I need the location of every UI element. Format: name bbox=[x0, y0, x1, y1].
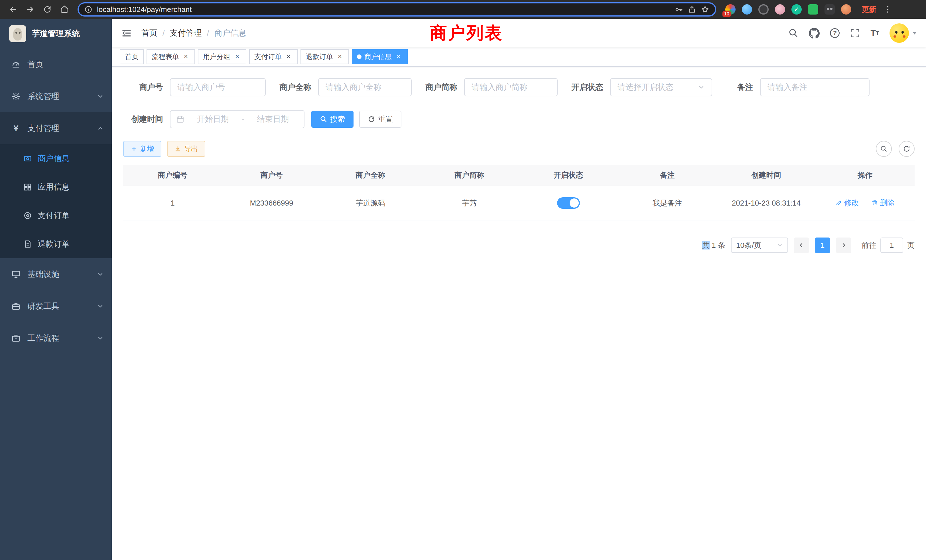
sidebar-item-payment[interactable]: ¥ 支付管理 bbox=[0, 112, 112, 144]
date-range-picker[interactable]: 开始日期 - 结束日期 bbox=[170, 110, 304, 128]
merchant-no-input-field[interactable] bbox=[177, 83, 258, 92]
sidebar-item-infrastructure[interactable]: 基础设施 bbox=[0, 258, 112, 290]
sidebar-item-label: 支付管理 bbox=[27, 123, 59, 134]
close-icon[interactable]: × bbox=[233, 53, 241, 61]
chevron-down-icon bbox=[97, 271, 104, 278]
reset-button[interactable]: 重置 bbox=[359, 110, 401, 128]
extension-icon-dark-square[interactable] bbox=[825, 4, 835, 15]
col-short-name: 商户简称 bbox=[420, 165, 519, 186]
download-icon bbox=[174, 145, 181, 152]
tab-user-group[interactable]: 用户分组 × bbox=[198, 49, 246, 64]
reload-icon[interactable] bbox=[40, 2, 55, 17]
remark-input-field[interactable] bbox=[767, 83, 862, 92]
close-icon[interactable]: × bbox=[395, 53, 402, 61]
extension-icon-colorful[interactable]: 10 bbox=[725, 4, 735, 15]
sidebar-item-home[interactable]: 首页 bbox=[0, 48, 112, 80]
tab-pay-order[interactable]: 支付订单 × bbox=[249, 49, 298, 64]
remark-input[interactable] bbox=[760, 78, 870, 96]
address-bar[interactable]: localhost:1024/pay/merchant bbox=[77, 2, 716, 17]
status-toggle[interactable] bbox=[557, 197, 580, 209]
merchant-no-input[interactable] bbox=[170, 78, 266, 96]
browser-menu-icon[interactable] bbox=[883, 5, 892, 14]
back-icon[interactable] bbox=[6, 2, 21, 17]
short-name-input-field[interactable] bbox=[472, 83, 550, 92]
tab-label: 商户信息 bbox=[365, 52, 392, 61]
full-name-input[interactable] bbox=[318, 78, 412, 96]
full-name-input-field[interactable] bbox=[325, 83, 404, 92]
date-separator: - bbox=[242, 115, 244, 124]
cell-merchant-id: 1 bbox=[123, 186, 222, 220]
sidebar-item-merchant-info[interactable]: 商户信息 bbox=[0, 144, 112, 173]
tab-process-form[interactable]: 流程表单 × bbox=[147, 49, 195, 64]
forward-icon[interactable] bbox=[23, 2, 38, 17]
pencil-icon bbox=[836, 199, 843, 206]
url-text[interactable]: localhost:1024/pay/merchant bbox=[97, 5, 670, 14]
page-number-button[interactable]: 1 bbox=[815, 238, 830, 253]
breadcrumb: 首页 / 支付管理 / 商户信息 bbox=[141, 28, 246, 38]
export-button[interactable]: 导出 bbox=[167, 141, 205, 157]
delete-link[interactable]: 删除 bbox=[871, 198, 895, 208]
close-icon[interactable]: × bbox=[336, 53, 344, 61]
export-button-label: 导出 bbox=[184, 144, 198, 153]
extension-icon-drop[interactable] bbox=[742, 4, 752, 15]
next-page-button[interactable] bbox=[836, 238, 851, 253]
github-icon[interactable] bbox=[809, 28, 820, 38]
short-name-input[interactable] bbox=[464, 78, 558, 96]
password-key-icon[interactable] bbox=[675, 5, 683, 14]
extension-icon-green-square[interactable] bbox=[808, 4, 818, 15]
goto-page-input[interactable] bbox=[881, 238, 903, 253]
table-toolbar: 新增 导出 bbox=[123, 141, 915, 157]
tab-merchant-info[interactable]: 商户信息 × bbox=[352, 49, 408, 64]
sidebar-item-app-info[interactable]: 应用信息 bbox=[0, 173, 112, 201]
extension-icon-avatar-pink[interactable] bbox=[775, 4, 785, 15]
sidebar-toggle-icon[interactable] bbox=[121, 27, 132, 39]
tab-label: 支付订单 bbox=[254, 52, 282, 61]
close-icon[interactable]: × bbox=[284, 53, 292, 61]
col-remark: 备注 bbox=[618, 165, 717, 186]
main-area: 首页 / 支付管理 / 商户信息 商户列表 ? bbox=[112, 19, 926, 560]
app-logo[interactable]: 芋道管理系统 bbox=[0, 19, 112, 48]
fullscreen-icon[interactable] bbox=[850, 28, 860, 38]
sidebar-item-system[interactable]: 系统管理 bbox=[0, 80, 112, 112]
status-select[interactable]: 请选择开启状态 bbox=[610, 78, 712, 96]
sidebar-item-workflow[interactable]: 工作流程 bbox=[0, 322, 112, 354]
breadcrumb-section[interactable]: 支付管理 bbox=[170, 28, 202, 38]
add-button[interactable]: 新增 bbox=[123, 141, 161, 157]
caret-down-icon bbox=[912, 32, 917, 35]
tab-home[interactable]: 首页 bbox=[120, 49, 144, 64]
extension-icon-avatar-orange[interactable] bbox=[841, 4, 851, 15]
search-icon[interactable] bbox=[788, 28, 799, 38]
edit-link[interactable]: 修改 bbox=[836, 198, 859, 208]
bookmark-star-icon[interactable] bbox=[701, 5, 709, 14]
col-actions: 操作 bbox=[816, 165, 915, 186]
help-icon[interactable]: ? bbox=[830, 28, 840, 38]
font-size-icon[interactable]: TT bbox=[870, 29, 879, 37]
sidebar-item-refund-order[interactable]: 退款订单 bbox=[0, 230, 112, 258]
red-annotation-text: 商户列表 bbox=[430, 22, 503, 45]
payment-submenu: 商户信息 应用信息 支付订单 退款订单 bbox=[0, 144, 112, 258]
home-icon[interactable] bbox=[57, 2, 72, 17]
share-icon[interactable] bbox=[688, 5, 696, 14]
breadcrumb-home[interactable]: 首页 bbox=[141, 28, 157, 38]
extension-icon-green-check[interactable] bbox=[791, 4, 802, 15]
sidebar-item-label: 研发工具 bbox=[27, 301, 59, 312]
search-button[interactable]: 搜索 bbox=[311, 110, 354, 128]
page-size-select[interactable]: 10条/页 bbox=[731, 238, 788, 253]
browser-update-button[interactable]: 更新 bbox=[862, 5, 876, 15]
end-date-input[interactable]: 结束日期 bbox=[248, 114, 298, 125]
close-icon[interactable]: × bbox=[182, 53, 190, 61]
start-date-input[interactable]: 开始日期 bbox=[188, 114, 238, 125]
refresh-icon bbox=[903, 145, 910, 153]
refresh-table-button[interactable] bbox=[899, 141, 915, 157]
sidebar-item-dev-tools[interactable]: 研发工具 bbox=[0, 290, 112, 322]
sidebar-item-pay-order[interactable]: 支付订单 bbox=[0, 201, 112, 230]
extension-icon-dark-ring[interactable] bbox=[758, 4, 769, 15]
tab-refund-order[interactable]: 退款订单 × bbox=[301, 49, 349, 64]
site-info-icon[interactable] bbox=[85, 5, 92, 14]
user-menu[interactable] bbox=[890, 23, 917, 43]
navbar-actions: ? TT bbox=[788, 23, 917, 43]
prev-page-button[interactable] bbox=[794, 238, 809, 253]
right-toolbar bbox=[876, 141, 915, 157]
chevron-up-icon bbox=[97, 125, 104, 132]
toggle-search-button[interactable] bbox=[876, 141, 892, 157]
